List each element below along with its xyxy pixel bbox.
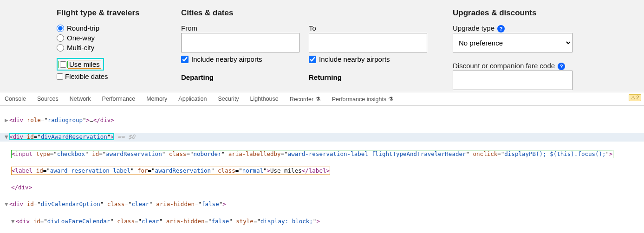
use-miles-row: Use miles [57, 58, 181, 71]
use-miles-checkbox[interactable] [60, 61, 66, 68]
devtools-tabs: Console Sources Network Performance Memo… [0, 92, 644, 106]
upgrade-type-select[interactable]: No preference [453, 33, 572, 52]
from-label: From [181, 24, 309, 32]
dom-line[interactable]: ▼<div id="divCalendarOption" class="clea… [0, 200, 644, 208]
info-icon[interactable]: ? [497, 25, 505, 32]
discount-code-input[interactable] [453, 71, 572, 90]
from-column: Cities & dates From Include nearby airpo… [181, 8, 309, 90]
flexible-dates-row[interactable]: Flexible dates [57, 72, 181, 80]
warning-icon: ⚠ [631, 95, 635, 100]
tab-sources[interactable]: Sources [37, 96, 59, 102]
from-input[interactable] [181, 33, 299, 52]
to-nearby-row[interactable]: Include nearby airports [309, 55, 453, 63]
tab-recorder[interactable]: Recorder ⚗ [290, 96, 321, 103]
flight-type-column: Flight type & travelers Round-trip One-w… [57, 8, 181, 90]
flask-icon: ⚗ [388, 96, 394, 103]
multi-city-radio[interactable] [57, 44, 64, 52]
elements-dom-tree[interactable]: ▶<div role="radiogroup">…</div> ▼<div id… [0, 106, 644, 233]
to-label: To [309, 24, 453, 32]
round-trip-label: Round-trip [67, 24, 99, 32]
cities-dates-header: Cities & dates [181, 8, 309, 18]
multi-city-label: Multi-city [67, 44, 94, 52]
round-trip-radio[interactable] [57, 25, 64, 32]
warning-badge[interactable]: ⚠2 [629, 94, 641, 101]
to-column: . To Include nearby airports Returning [309, 8, 453, 90]
tab-memory[interactable]: Memory [146, 96, 167, 102]
use-miles-highlight-orange: Use miles [68, 60, 101, 69]
dom-line[interactable]: <label id="award-reservation-label" for=… [0, 167, 644, 175]
upgrade-type-label: Upgrade type [453, 24, 494, 32]
to-input[interactable] [309, 33, 427, 52]
tab-security[interactable]: Security [218, 96, 239, 102]
use-miles-highlight-cyan: Use miles [57, 58, 104, 71]
one-way-label: One-way [67, 34, 95, 42]
tab-lighthouse[interactable]: Lighthouse [250, 96, 279, 102]
flexible-dates-label: Flexible dates [65, 72, 108, 80]
upgrades-header: Upgrades & discounts [453, 8, 578, 18]
tab-performance[interactable]: Performance [102, 96, 136, 102]
dom-line[interactable]: </div> [0, 183, 644, 192]
from-nearby-row[interactable]: Include nearby airports [181, 55, 309, 63]
departing-label: Departing [181, 73, 309, 81]
discount-code-label: Discount or companion fare code [453, 62, 555, 70]
returning-label: Returning [309, 73, 453, 81]
dom-line[interactable]: <input type="checkbox" id="awardReservat… [0, 150, 644, 158]
to-nearby-label: Include nearby airports [319, 55, 390, 63]
from-nearby-label: Include nearby airports [191, 55, 262, 63]
flight-type-header: Flight type & travelers [57, 8, 181, 18]
to-nearby-checkbox[interactable] [309, 56, 316, 63]
use-miles-highlight-green [59, 61, 68, 68]
info-icon[interactable]: ? [558, 63, 565, 70]
use-miles-label: Use miles [69, 60, 100, 68]
tab-application[interactable]: Application [178, 96, 207, 102]
flexible-dates-checkbox[interactable] [57, 73, 63, 80]
trip-type-oneway[interactable]: One-way [57, 34, 181, 42]
one-way-radio[interactable] [57, 34, 64, 42]
dom-line[interactable]: ▶<div role="radiogroup">…</div> [0, 116, 644, 124]
flask-icon: ⚗ [315, 96, 321, 103]
trip-type-round[interactable]: Round-trip [57, 24, 181, 32]
booking-panel: Flight type & travelers Round-trip One-w… [0, 0, 644, 92]
trip-type-multi[interactable]: Multi-city [57, 44, 181, 52]
tab-network[interactable]: Network [70, 96, 91, 102]
upgrades-column: Upgrades & discounts Upgrade type ? No p… [453, 8, 578, 90]
dom-line[interactable]: ▼<div id="divLowFareCalendar" class="cle… [0, 217, 644, 226]
tab-perf-insights[interactable]: Performance insights ⚗ [332, 96, 394, 103]
from-nearby-checkbox[interactable] [181, 56, 189, 63]
dom-line-selected[interactable]: ▼<div id="divAwardReservation"> == $0 [0, 133, 644, 141]
tab-console[interactable]: Console [5, 96, 26, 102]
